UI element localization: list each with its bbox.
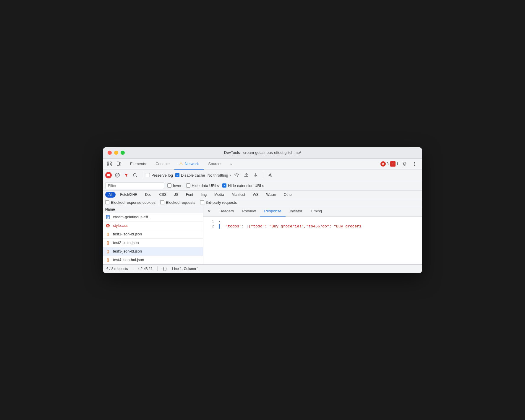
file-item-test1[interactable]: {} test1-json-ld.json (103, 230, 203, 239)
line-bar (219, 224, 220, 229)
traffic-lights (108, 151, 125, 155)
code-line-1: 1 { (208, 219, 417, 224)
type-btn-js[interactable]: JS (171, 192, 182, 198)
tab-sources[interactable]: Sources (204, 158, 227, 170)
invert-label[interactable]: Invert (167, 183, 183, 188)
file-item-cream[interactable]: cream-gelatinous-eff... (103, 213, 203, 222)
error-badge: ✕ 3 (380, 161, 389, 167)
disable-cache-text: Disable cache (181, 173, 205, 178)
top-toolbar: Elements Console ⚠ Network Sources » (103, 159, 422, 170)
network-toolbar: Preserve log Disable cache No throttling… (103, 170, 422, 181)
devtools-window: DevTools - cream-gelatinous-effect.glitc… (103, 147, 422, 273)
file-name-test4: test4-json-hal.json (113, 258, 144, 262)
import-har-button[interactable] (243, 172, 250, 179)
line-number-2: 2 (208, 224, 214, 229)
type-btn-wasm[interactable]: Wasm (263, 192, 280, 198)
device-toolbar-button[interactable] (115, 160, 123, 168)
line-content-1: { (219, 219, 417, 224)
invert-checkbox[interactable] (167, 183, 171, 188)
tab-network[interactable]: ⚠ Network (174, 158, 204, 170)
file-item-test2[interactable]: {} test2-plain.json (103, 239, 203, 247)
settings-button[interactable] (400, 160, 409, 168)
more-options-button[interactable] (410, 160, 419, 168)
format-icon[interactable]: {} (162, 266, 167, 271)
disable-cache-label[interactable]: Disable cache (175, 173, 205, 178)
hide-data-urls-checkbox[interactable] (186, 183, 190, 188)
minimize-button[interactable] (114, 151, 118, 155)
gear-icon (402, 162, 407, 166)
upload-icon-svg (244, 173, 249, 178)
title-bar: DevTools - cream-gelatinous-effect.glitc… (103, 147, 422, 159)
hide-extension-urls-checkbox[interactable] (222, 183, 226, 188)
svg-text:✕: ✕ (107, 224, 109, 227)
tab-headers[interactable]: Headers (215, 206, 238, 217)
clear-button[interactable] (114, 172, 121, 178)
more-tabs-button[interactable]: » (227, 159, 235, 169)
name-column-header: Name (103, 206, 203, 213)
network-settings-button[interactable] (267, 172, 274, 179)
type-btn-manifest[interactable]: Manifest (229, 192, 248, 198)
tab-preview[interactable]: Preview (238, 206, 260, 217)
file-list: Name cream-gelatinous-eff... (103, 206, 203, 264)
type-btn-ws[interactable]: WS (249, 192, 262, 198)
type-btn-all[interactable]: All (105, 192, 116, 198)
type-btn-css[interactable]: CSS (156, 192, 170, 198)
wifi-icon-svg (234, 173, 239, 177)
disable-cache-checkbox[interactable] (175, 173, 179, 177)
blocked-cookies-label[interactable]: Blocked response cookies (105, 200, 155, 205)
blocked-requests-checkbox[interactable] (160, 200, 164, 204)
type-btn-font[interactable]: Font (183, 192, 196, 198)
third-party-requests-label[interactable]: 3rd-party requests (200, 200, 237, 205)
blocked-cookies-checkbox[interactable] (105, 200, 109, 204)
file-item-test4[interactable]: {} test4-json-hal.json (103, 256, 203, 264)
network-conditions-button[interactable] (233, 172, 240, 179)
tab-console[interactable]: Console (151, 158, 174, 170)
toolbar-separator-2 (263, 172, 263, 178)
file-item-test3[interactable]: {} test3-json-ld.json (103, 247, 203, 256)
file-item-style-css[interactable]: ✕ style.css (103, 222, 203, 230)
settings-icon-svg (268, 173, 273, 178)
preserve-log-text: Preserve log (151, 173, 173, 178)
close-panel-button[interactable]: ✕ (206, 208, 213, 215)
tab-initiator[interactable]: Initiator (286, 206, 307, 217)
cursor-position: Line 1, Column 1 (172, 267, 199, 271)
svg-point-6 (404, 163, 405, 165)
warning-badge-icon: ! (390, 161, 396, 167)
type-btn-doc[interactable]: Doc (142, 192, 155, 198)
blocked-requests-label[interactable]: Blocked requests (160, 200, 195, 205)
code-line-2: 2 "todos": [{"todo": "Buy groceries","to… (208, 224, 417, 229)
type-btn-img[interactable]: Img (197, 192, 210, 198)
close-button[interactable] (108, 151, 112, 155)
throttle-select[interactable]: No throttling ▾ (208, 173, 231, 178)
preserve-log-checkbox[interactable] (146, 173, 150, 177)
tab-response[interactable]: Response (260, 206, 286, 217)
status-separator-1 (133, 266, 133, 271)
svg-line-13 (136, 176, 137, 177)
filter-options: Invert Hide data URLs Hide extension URL… (167, 183, 264, 188)
svg-point-7 (414, 162, 415, 163)
line-2-content: "todos": [{"todo": "Buy groceries","to45… (219, 224, 362, 229)
hide-data-urls-label[interactable]: Hide data URLs (186, 183, 219, 188)
hide-extension-urls-label[interactable]: Hide extension URLs (222, 183, 264, 188)
svg-point-8 (414, 164, 415, 165)
tab-timing[interactable]: Timing (307, 206, 326, 217)
type-btn-other[interactable]: Other (281, 192, 296, 198)
devtools-body: Elements Console ⚠ Network Sources » (103, 159, 422, 273)
filter-button[interactable] (123, 172, 129, 178)
svg-point-9 (414, 165, 415, 166)
export-har-button[interactable] (252, 172, 259, 179)
preserve-log-label[interactable]: Preserve log (146, 173, 173, 178)
stop-recording-button[interactable] (105, 172, 112, 178)
filter-input[interactable] (105, 182, 164, 189)
tab-elements[interactable]: Elements (125, 158, 151, 170)
main-tabs: Elements Console ⚠ Network Sources » (123, 158, 380, 170)
search-button[interactable] (132, 172, 138, 178)
type-btn-fetch-xhr[interactable]: Fetch/XHR (117, 192, 141, 198)
maximize-button[interactable] (121, 151, 125, 155)
svg-line-11 (116, 174, 119, 177)
third-party-checkbox[interactable] (200, 200, 204, 204)
type-btn-media[interactable]: Media (211, 192, 227, 198)
inspect-element-button[interactable] (105, 160, 114, 168)
right-panel: ✕ Headers Preview Response Initiator Tim… (203, 206, 422, 264)
checkbox-filters-bar: Blocked response cookies Blocked request… (103, 199, 422, 206)
